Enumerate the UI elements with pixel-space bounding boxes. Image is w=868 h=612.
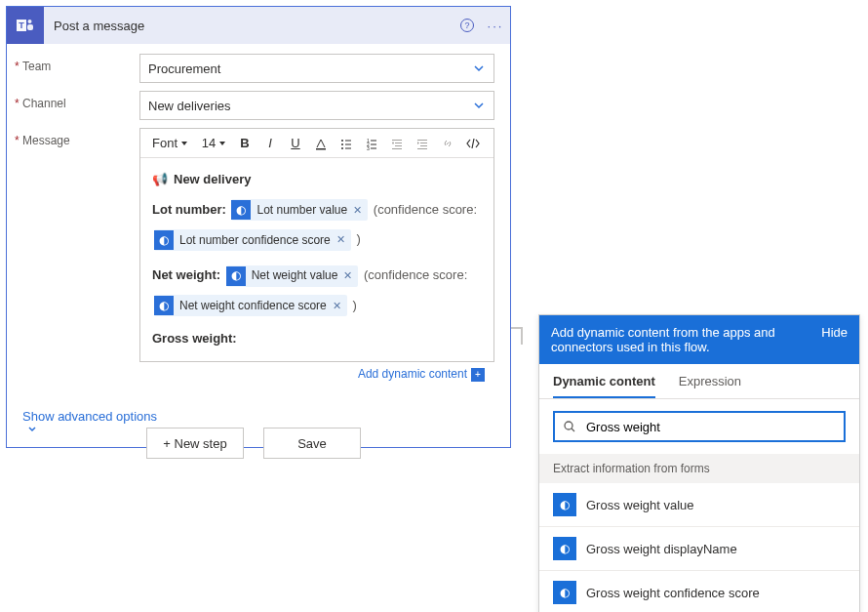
font-size-select[interactable]: 14: [199, 133, 230, 154]
italic-button[interactable]: I: [259, 133, 281, 154]
team-label: Team: [22, 54, 139, 73]
panel-tabs: Dynamic content Expression: [539, 364, 859, 399]
ai-builder-icon: ◐: [231, 200, 251, 220]
code-view-button[interactable]: [462, 133, 484, 154]
teams-icon: T: [7, 7, 44, 44]
save-button[interactable]: Save: [263, 428, 361, 459]
team-value: Procurement: [148, 61, 220, 76]
svg-point-9: [341, 143, 343, 145]
svg-rect-26: [417, 148, 427, 149]
connector-line: [521, 327, 523, 345]
font-select[interactable]: Font: [146, 133, 195, 154]
underline-button[interactable]: U: [285, 133, 306, 154]
svg-rect-21: [395, 145, 402, 146]
card-body: Team Procurement Channel New deliveries …: [7, 44, 510, 403]
bold-button[interactable]: B: [234, 133, 256, 154]
svg-text:3: 3: [367, 145, 370, 150]
svg-rect-22: [392, 148, 402, 149]
channel-value: New deliveries: [148, 99, 231, 113]
add-dynamic-badge-icon: +: [471, 368, 485, 382]
color-button[interactable]: [310, 133, 332, 154]
help-icon[interactable]: ?: [459, 18, 481, 33]
conf-text: (confidence score:: [364, 267, 467, 282]
new-step-button[interactable]: + New step: [146, 428, 244, 459]
svg-rect-10: [345, 143, 351, 144]
lot-label: Lot number:: [152, 202, 226, 217]
token-remove-icon[interactable]: ✕: [333, 296, 341, 316]
ai-builder-icon: ◐: [154, 296, 174, 315]
svg-rect-24: [420, 143, 427, 143]
token-lot-value[interactable]: ◐Lot number value✕: [231, 199, 368, 221]
add-dynamic-content-link[interactable]: Add dynamic content+: [358, 367, 485, 381]
dynamic-item[interactable]: ◐ Gross weight displayName: [539, 527, 859, 571]
indent-button[interactable]: [412, 133, 433, 154]
outdent-button[interactable]: [386, 133, 408, 154]
ai-builder-icon: ◐: [553, 493, 576, 516]
message-title: New delivery: [174, 168, 252, 192]
svg-rect-8: [345, 140, 351, 141]
svg-rect-18: [371, 147, 376, 148]
dynamic-item-label: Gross weight confidence score: [586, 586, 760, 600]
svg-text:T: T: [19, 20, 24, 30]
conf-text: (confidence score:: [374, 202, 477, 217]
editor-content[interactable]: 📢New delivery Lot number: ◐Lot number va…: [140, 158, 493, 361]
dynamic-item[interactable]: ◐ Gross weight confidence score: [539, 571, 859, 612]
svg-point-2: [28, 20, 32, 23]
category-header: Extract information from forms: [539, 454, 859, 483]
ai-builder-icon: ◐: [154, 230, 174, 250]
link-button[interactable]: [437, 133, 458, 154]
svg-line-28: [572, 428, 574, 431]
more-icon[interactable]: ···: [481, 19, 510, 33]
channel-label: Channel: [22, 91, 139, 110]
svg-rect-16: [371, 143, 376, 144]
tab-dynamic-content[interactable]: Dynamic content: [553, 374, 655, 398]
token-remove-icon[interactable]: ✕: [336, 229, 345, 250]
svg-rect-19: [392, 140, 402, 141]
dynamic-item-label: Gross weight value: [586, 498, 694, 512]
ai-builder-icon: ◐: [226, 266, 246, 286]
conf-close: ): [352, 298, 356, 312]
team-dropdown[interactable]: Procurement: [139, 54, 494, 83]
message-label: Message: [22, 128, 139, 147]
search-box: [553, 411, 846, 442]
panel-header-text: Add dynamic content from the apps and co…: [551, 325, 809, 354]
svg-rect-3: [27, 24, 33, 30]
svg-text:?: ?: [464, 20, 469, 30]
search-input[interactable]: [584, 419, 836, 435]
token-net-conf[interactable]: ◐Net weight confidence score✕: [154, 295, 347, 316]
ai-builder-icon: ◐: [553, 581, 576, 604]
conf-close: ): [356, 231, 360, 246]
net-label: Net weight:: [152, 267, 220, 282]
action-card: T Post a message ? ··· Team Procurement …: [6, 6, 511, 448]
svg-rect-12: [345, 147, 351, 148]
dynamic-content-panel: Add dynamic content from the apps and co…: [538, 314, 860, 612]
token-remove-icon[interactable]: ✕: [343, 265, 352, 286]
svg-rect-25: [420, 145, 427, 146]
chevron-down-icon: [472, 61, 486, 75]
message-editor: Font 14 B I U 123 📢New deli: [139, 128, 494, 362]
bullets-button[interactable]: [335, 133, 357, 154]
hide-link[interactable]: Hide: [821, 325, 848, 354]
token-net-value[interactable]: ◐Net weight value✕: [226, 265, 359, 287]
search-icon: [563, 420, 576, 433]
svg-rect-6: [316, 148, 326, 150]
svg-point-27: [565, 422, 572, 429]
channel-dropdown[interactable]: New deliveries: [139, 91, 494, 120]
svg-rect-23: [417, 140, 427, 141]
tab-expression[interactable]: Expression: [679, 374, 741, 398]
dynamic-item[interactable]: ◐ Gross weight value: [539, 483, 859, 527]
svg-rect-14: [371, 140, 376, 141]
svg-rect-20: [395, 143, 402, 143]
token-lot-conf[interactable]: ◐Lot number confidence score✕: [154, 229, 351, 251]
card-header: T Post a message ? ···: [7, 7, 510, 44]
card-title: Post a message: [44, 19, 459, 33]
gross-label: Gross weight:: [152, 331, 237, 346]
dynamic-item-label: Gross weight displayName: [586, 542, 737, 556]
token-remove-icon[interactable]: ✕: [353, 200, 362, 221]
megaphone-icon: 📢: [152, 168, 168, 192]
numbers-button[interactable]: 123: [361, 133, 382, 154]
editor-toolbar: Font 14 B I U 123: [140, 129, 493, 158]
svg-point-7: [341, 140, 343, 142]
svg-point-11: [341, 147, 343, 149]
panel-header: Add dynamic content from the apps and co…: [539, 315, 859, 364]
